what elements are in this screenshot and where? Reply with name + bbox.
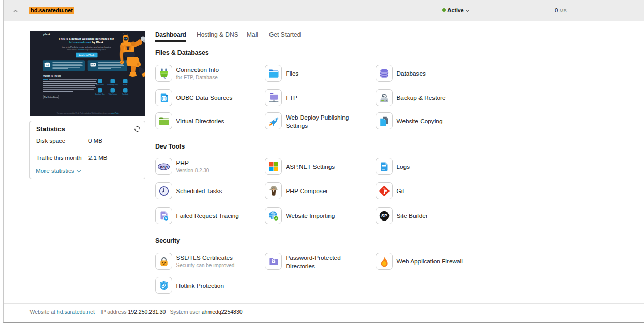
svg-text:php: php [159, 164, 168, 169]
svg-text:This is a default webpage gene: This is a default webpage generated for [59, 37, 115, 40]
svg-text:Developer Blog: Developer Blog [95, 93, 105, 95]
svg-text:Plesk Guides: Plesk Guides [96, 84, 104, 86]
svg-text:Video Guides: Video Guides [109, 93, 117, 95]
svg-text:Knowledge Base: Knowledge Base [108, 84, 118, 86]
svg-text:Log in to Plesk: Log in to Plesk [79, 54, 94, 56]
svg-text:Forum: Forum [123, 84, 128, 86]
svg-text:plesk: plesk [43, 33, 50, 36]
svg-text:Facebook: Facebook [122, 93, 128, 95]
svg-text:hd.saratedu.net by Plesk: hd.saratedu.net by Plesk [69, 41, 104, 44]
svg-text:New to Plesk? Learn here to lo: New to Plesk? Learn here to log in and s… [67, 49, 106, 51]
svg-text:Log in to Plesk to create webs: Log in to Plesk to create websites and s… [62, 46, 111, 48]
svg-text:SP: SP [381, 213, 387, 218]
svg-text:What is Plesk: What is Plesk [43, 74, 61, 77]
svg-text:This page was generated by Ple: This page was generated by Plesk. Plesk … [57, 112, 119, 114]
svg-text:Try Online Demo: Try Online Demo [44, 96, 58, 98]
